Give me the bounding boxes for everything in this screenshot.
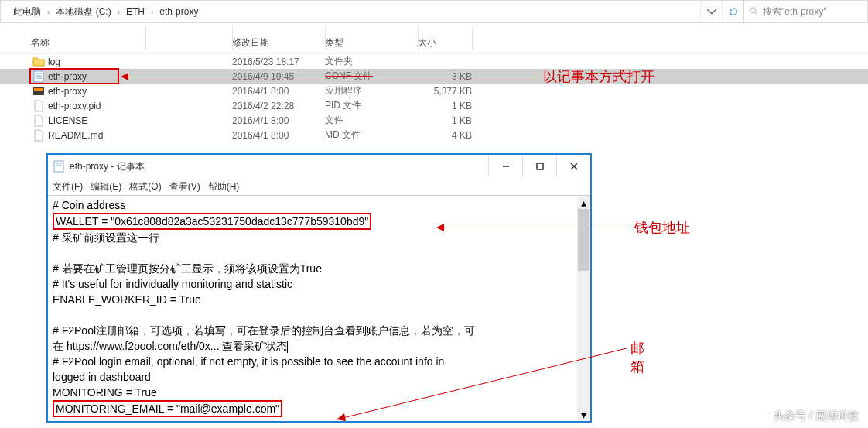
file-type: 文件夹 [325,55,418,68]
annotation-open-with-notepad: 以记事本方式打开 [121,67,654,86]
file-size: 5,377 KB [418,86,472,97]
notepad-icon [53,160,65,173]
menu-edit[interactable]: 编辑(E) [91,180,121,193]
menu-help[interactable]: 帮助(H) [208,180,240,193]
breadcrumb-item[interactable]: eth-proxy [153,6,204,17]
file-size: 1 KB [418,115,472,126]
search-placeholder: 搜索"eth-proxy" [763,5,827,19]
file-name: LICENSE [46,115,232,126]
column-date[interactable]: 修改日期 [232,36,325,50]
history-dropdown-button[interactable] [700,1,722,22]
list-item[interactable]: LICENSE 2016/4/1 8:00 文件 1 KB [0,113,868,128]
search-icon [749,6,760,17]
text-file-icon [31,70,46,83]
list-item[interactable]: eth-proxy.pid 2016/4/2 22:28 PID 文件 1 KB [0,98,868,113]
file-date: 2016/4/1 8:00 [232,130,325,141]
file-type: PID 文件 [325,99,418,112]
annotation-label: 钱包地址 [634,218,690,237]
annotation-label: 邮箱 [630,339,644,376]
watermark: 头条号 / 展博科技 [774,409,859,423]
svg-line-15 [337,348,627,419]
file-date: 2016/4/1 8:00 [232,115,325,126]
search-input[interactable]: 搜索"eth-proxy" [743,1,867,22]
menu-view[interactable]: 查看(V) [169,180,200,193]
text-line [53,307,586,323]
breadcrumb-item[interactable]: 此电脑 [7,5,47,19]
file-date: 2016/5/23 18:17 [232,56,325,67]
column-name[interactable]: 名称 [31,36,232,50]
folder-icon [31,56,46,68]
notepad-title: eth-proxy - 记事本 [70,160,488,173]
file-date: 2016/4/2 22:28 [232,101,325,111]
file-type: 应用程序 [325,84,418,98]
annotation-highlight-wallet: WALLET = "0x61c808d82a3ac53231750dadc13c… [53,213,371,230]
exe-icon [31,85,46,98]
text-line [53,245,586,261]
file-icon [31,115,46,127]
text-line: # F2Pool注册邮箱，可选项，若填写，可在登录后的控制台查看到账户信息，若为… [53,323,586,338]
minimize-button[interactable] [488,156,522,177]
svg-rect-12 [537,163,543,169]
text-line: ENABLE_WORKER_ID = True [53,292,586,307]
file-name: eth-proxy [46,86,232,97]
annotation-wallet-address: 钱包地址 [436,218,690,237]
file-name: log [46,56,232,67]
text-line: # 若要在矿工管理页按分矿工显示，须将该项设置为True [53,261,586,276]
svg-marker-16 [337,413,346,421]
file-date: 2016/4/1 8:00 [232,86,325,97]
close-button[interactable] [556,156,590,177]
file-icon [31,100,46,112]
text-line: # It's useful for individually monitorin… [53,276,586,292]
file-name: eth-proxy.pid [46,101,232,111]
file-size: 4 KB [418,130,472,141]
file-type: 文件 [325,114,418,127]
menu-format[interactable]: 格式(O) [129,180,161,193]
file-type: MD 文件 [325,128,418,142]
column-headers: 名称 修改日期 类型 大小 [0,23,868,54]
breadcrumb-item[interactable]: ETH [120,6,151,17]
column-size[interactable]: 大小 [418,36,472,50]
svg-point-0 [750,8,756,13]
refresh-button[interactable] [722,1,743,22]
column-type[interactable]: 类型 [325,36,418,50]
annotation-label: 以记事本方式打开 [543,67,654,86]
breadcrumb-bar: 此电脑› 本地磁盘 (C:)› ETH› eth-proxy 搜索"eth-pr… [0,0,868,23]
text-line: # Coin address [53,197,586,213]
notepad-titlebar[interactable]: eth-proxy - 记事本 [48,155,590,178]
svg-rect-2 [34,71,43,82]
file-icon [31,129,46,142]
maximize-button[interactable] [522,156,556,177]
svg-rect-8 [54,161,63,172]
list-item[interactable]: README.md 2016/4/1 8:00 MD 文件 4 KB [0,128,868,142]
file-size: 1 KB [418,101,472,111]
text-cursor [287,341,288,353]
svg-line-1 [755,12,758,15]
notepad-menubar: 文件(F) 编辑(E) 格式(O) 查看(V) 帮助(H) [48,178,590,195]
scroll-up-icon[interactable]: ▴ [577,196,590,209]
breadcrumb-item[interactable]: 本地磁盘 (C:) [50,5,117,19]
annotation-highlight-email: MONITORING_EMAIL = "mail@example.com" [53,400,282,417]
svg-rect-7 [34,88,43,91]
file-name: README.md [46,130,232,141]
menu-file[interactable]: 文件(F) [53,180,83,193]
